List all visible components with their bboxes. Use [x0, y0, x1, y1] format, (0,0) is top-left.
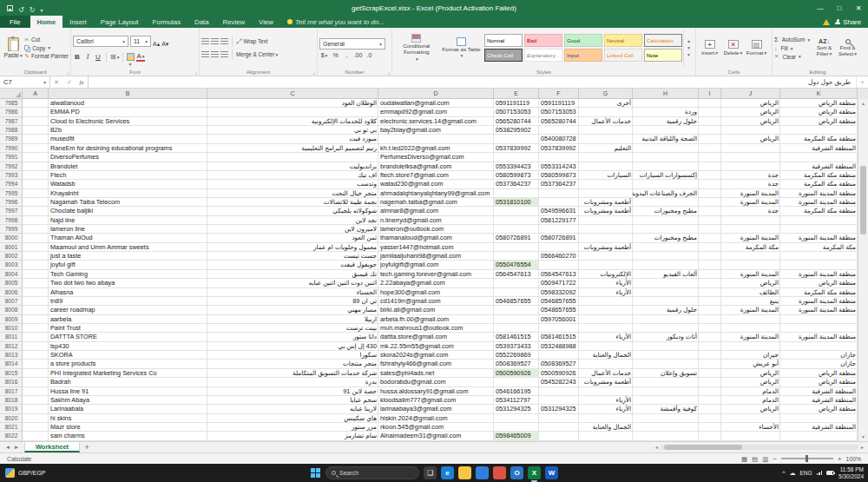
cell[interactable]: وتدسب	[207, 180, 378, 188]
align-right-icon[interactable]	[220, 51, 228, 57]
cell[interactable]	[699, 189, 721, 198]
number-dialog-launcher[interactable]: ⌟	[387, 69, 390, 75]
cell[interactable]: ثمن العود	[207, 234, 378, 242]
cell[interactable]	[633, 126, 699, 135]
cell[interactable]: 0564547613	[494, 270, 539, 279]
row-header[interactable]: 8014	[0, 360, 23, 368]
cell[interactable]	[699, 378, 721, 386]
cell[interactable]: الرياض	[721, 99, 780, 108]
cell[interactable]	[579, 315, 633, 324]
borders-icon[interactable]: ⊞	[110, 53, 119, 61]
cell[interactable]: Thaman AlOud	[49, 234, 207, 242]
style-linked-cell[interactable]: Linked Cell	[604, 49, 642, 62]
cell[interactable]: الرياض	[721, 405, 780, 413]
autosum-button[interactable]: AutoSum	[774, 36, 812, 43]
cell[interactable]	[23, 360, 49, 368]
font-name-select[interactable]: Calibri	[73, 36, 128, 47]
cell[interactable]	[23, 144, 49, 153]
name-box-dropdown-icon[interactable]	[43, 78, 46, 86]
row-header[interactable]: 7986	[0, 108, 23, 116]
cell[interactable]	[494, 306, 539, 314]
cell[interactable]: sam charms	[49, 432, 207, 440]
cell[interactable]: مزر ستور	[207, 423, 378, 432]
cell[interactable]: أثاث وديكور	[633, 333, 699, 341]
cell[interactable]	[494, 324, 539, 333]
cell[interactable]: أطعمة ومشروبات	[579, 207, 633, 215]
cell[interactable]: الرياض	[721, 369, 780, 378]
cell[interactable]: 430 إل إس بي	[207, 342, 378, 351]
column-header-C[interactable]: C	[207, 89, 378, 99]
cell[interactable]	[699, 135, 721, 143]
cell[interactable]: career roadmap	[49, 306, 207, 314]
cell[interactable]: داتا ستور	[207, 333, 378, 341]
row-header[interactable]: 7991	[0, 153, 23, 162]
cell[interactable]: ftech.store7@gmail.com	[378, 171, 494, 180]
cancel-entry-icon[interactable]: ✕	[54, 79, 59, 86]
cell[interactable]	[23, 324, 49, 333]
cell[interactable]	[721, 126, 780, 135]
cell[interactable]: lameron@outlook.com	[378, 225, 494, 234]
cell[interactable]: المدينة المنورة	[721, 234, 780, 242]
cell[interactable]	[579, 108, 633, 116]
cell[interactable]: الجمال والعناية	[579, 423, 633, 432]
cell[interactable]	[23, 351, 49, 360]
cell[interactable]: alwatlanoud	[49, 99, 207, 108]
cell[interactable]	[539, 396, 579, 405]
column-header-I[interactable]: I	[699, 89, 721, 99]
cell[interactable]	[699, 261, 721, 269]
column-header-G[interactable]: G	[579, 89, 633, 99]
row-header[interactable]: 7998	[0, 216, 23, 225]
wifi-icon[interactable]	[817, 471, 823, 475]
cell[interactable]: شوكولاته بلجيكي	[207, 207, 378, 215]
prev-sheet-icon[interactable]: ◄	[5, 445, 10, 450]
chrome-icon[interactable]	[493, 466, 506, 479]
cell[interactable]: Paint Trust	[49, 324, 207, 333]
cell[interactable]: منطقة مكة المكرمة	[780, 180, 858, 188]
cell[interactable]: اف تيك	[207, 171, 378, 180]
format-cells-button[interactable]: ▤ Format	[745, 30, 768, 66]
cell[interactable]: n.linerryd@gmail.com	[378, 216, 494, 225]
gallery-up-icon[interactable]: ▲	[687, 38, 691, 43]
increase-font-icon[interactable]	[153, 34, 160, 50]
cell[interactable]: Badrah	[49, 378, 207, 386]
cell[interactable]: التعليم	[579, 144, 633, 153]
cell[interactable]	[780, 414, 858, 423]
cell[interactable]	[780, 225, 858, 234]
cell[interactable]	[780, 342, 858, 351]
cell[interactable]	[721, 342, 780, 351]
cell[interactable]: منطقة المدينة المنورة	[780, 189, 858, 198]
cell[interactable]	[23, 414, 49, 423]
cell[interactable]	[23, 216, 49, 225]
conditional-formatting-button[interactable]: Conditional Formatting	[394, 30, 439, 66]
cell[interactable]: a store products	[49, 360, 207, 368]
vertical-scrollbar[interactable]: ▲ ▼	[858, 99, 868, 441]
cell[interactable]: thamanaloud@gmail.com	[378, 234, 494, 242]
cell[interactable]: Tech Gaming	[49, 270, 207, 279]
cell[interactable]: nagemah.taiba@gmail.com	[378, 198, 494, 207]
row-header[interactable]: 8013	[0, 351, 23, 360]
font-color-icon[interactable]: A	[136, 53, 144, 62]
cell[interactable]	[23, 432, 49, 440]
cell[interactable]	[633, 342, 699, 351]
share-button[interactable]: Share	[835, 18, 861, 26]
cell[interactable]: خدمات الأعمال	[579, 369, 633, 378]
page-layout-view-icon[interactable]: ▤	[752, 455, 758, 463]
cell[interactable]: منطقة الرياض	[780, 405, 858, 413]
cell[interactable]	[539, 225, 579, 234]
row-header[interactable]: 8021	[0, 423, 23, 432]
cell[interactable]	[579, 225, 633, 234]
cell[interactable]: سام تشارمز	[207, 432, 378, 440]
cell[interactable]	[539, 351, 579, 360]
row-header[interactable]: 8011	[0, 333, 23, 341]
decrease-decimal-icon[interactable]: .0	[365, 52, 374, 58]
cell[interactable]	[699, 99, 721, 108]
taskbar-search[interactable]: Search	[326, 466, 419, 479]
cell[interactable]: 0500590926	[494, 369, 539, 378]
cell[interactable]: 0538295902	[494, 126, 539, 135]
style-explanatory-[interactable]: Explanatory...	[524, 49, 562, 62]
task-view-icon[interactable]: ❏	[424, 466, 437, 479]
cell[interactable]: الأحساء	[721, 423, 780, 432]
cell[interactable]	[699, 252, 721, 261]
cell[interactable]: متجر منتجات	[207, 360, 378, 368]
cell[interactable]: 0540080728	[539, 135, 579, 143]
